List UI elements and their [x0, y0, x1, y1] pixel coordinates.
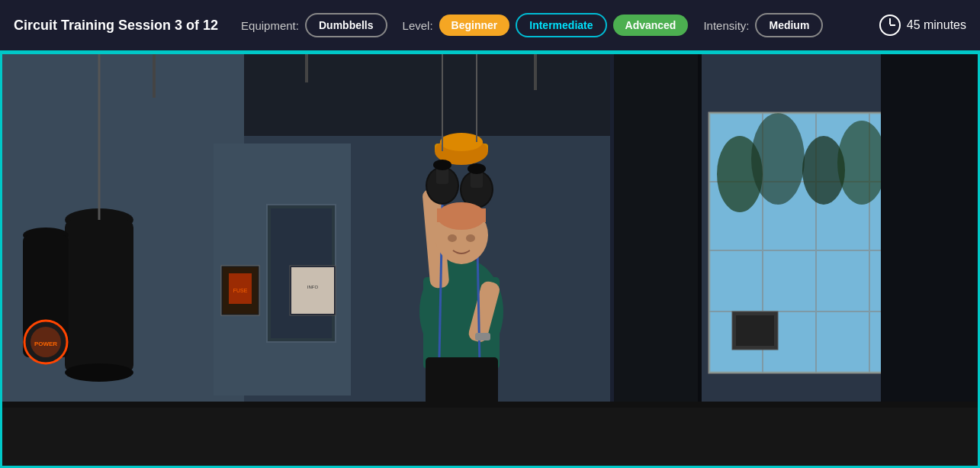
video-border	[0, 52, 980, 468]
intensity-badge[interactable]: Medium	[755, 13, 823, 37]
level-group: Level: Beginner Intermediate Advanced	[403, 13, 689, 37]
duration-text: 45 minutes	[907, 18, 966, 32]
intermediate-badge[interactable]: Intermediate	[516, 13, 606, 37]
level-label: Level:	[403, 19, 433, 32]
equipment-label: Equipment:	[241, 19, 299, 32]
duration-area: 45 minutes	[879, 15, 966, 36]
equipment-group: Equipment: Dumbbells	[241, 13, 387, 37]
header-bar: Circuit Training Session 3 of 12 Equipme…	[0, 0, 980, 52]
beginner-badge[interactable]: Beginner	[439, 15, 510, 36]
intensity-group: Intensity: Medium	[703, 13, 823, 37]
advanced-badge[interactable]: Advanced	[613, 15, 689, 36]
video-container[interactable]: POWER FUSE INFO	[0, 52, 980, 468]
session-title: Circuit Training Session 3 of 12	[14, 18, 218, 34]
equipment-badge[interactable]: Dumbbells	[305, 13, 387, 37]
intensity-label: Intensity:	[703, 19, 749, 32]
clock-icon	[879, 15, 901, 36]
